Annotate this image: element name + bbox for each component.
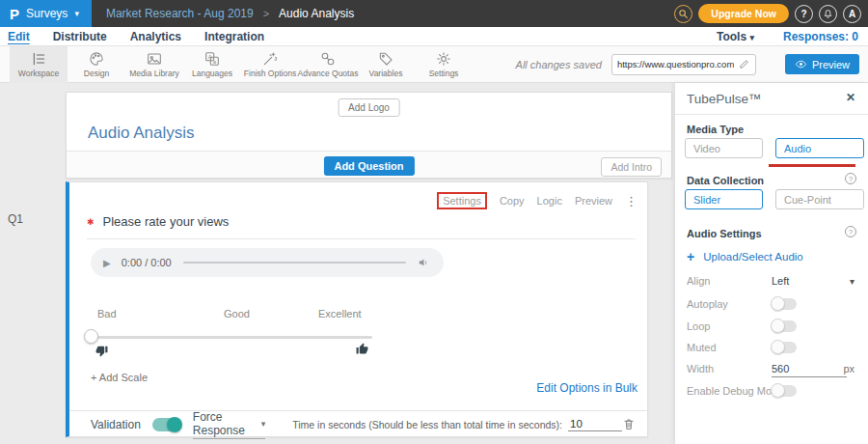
validation-mode-dropdown[interactable]: Force Response ▾ — [193, 410, 265, 439]
upload-select-audio-link[interactable]: + Upload/Select Audio — [687, 249, 803, 264]
muted-label: Muted — [687, 342, 717, 353]
loop-toggle[interactable] — [772, 320, 797, 332]
media-type-label: Media Type — [687, 124, 744, 135]
tab-edit[interactable]: Edit — [8, 30, 30, 43]
notifications-button[interactable] — [819, 5, 837, 23]
data-collection-slider-button[interactable]: Slider — [685, 189, 763, 209]
media-type-audio-button[interactable]: Audio — [775, 138, 864, 158]
surveys-menu[interactable]: P Surveys ▾ — [0, 0, 92, 27]
toolbar-item-variables[interactable]: Variables — [357, 46, 415, 83]
survey-url-input[interactable] — [612, 59, 734, 69]
editor-canvas: Q1 Add Logo Audio Analysis Add Question … — [0, 83, 868, 444]
rating-slider-handle[interactable] — [84, 329, 98, 344]
tab-analytics[interactable]: Analytics — [130, 30, 181, 43]
volume-icon[interactable] — [418, 256, 431, 269]
thumbs-up-icon — [356, 342, 368, 354]
delete-question-button[interactable] — [622, 417, 636, 431]
close-icon[interactable]: ✕ — [846, 91, 855, 104]
add-question-button[interactable]: Add Question — [323, 156, 414, 176]
toggle-knob — [771, 383, 785, 398]
validation-toggle[interactable] — [152, 418, 181, 431]
rating-slider-track[interactable] — [91, 336, 372, 339]
question-divider — [87, 238, 636, 239]
breadcrumb-folder[interactable]: Market Research - Aug 2019 — [106, 7, 254, 20]
responses-count[interactable]: Responses: 0 — [783, 30, 858, 43]
avatar[interactable]: A — [843, 5, 861, 23]
edit-options-in-bulk-link[interactable]: Edit Options in Bulk — [536, 381, 637, 395]
edit-url-button[interactable] — [734, 55, 755, 74]
width-unit: px — [843, 363, 854, 375]
data-collection-cuepoint-button[interactable]: Cue-Point — [775, 189, 864, 209]
data-collection-options: Slider Cue-Point — [685, 189, 864, 209]
player-time: 0:00 / 0:00 — [122, 257, 172, 268]
preview-button[interactable]: Preview — [785, 54, 859, 74]
align-value[interactable]: Left — [772, 275, 789, 287]
magic-wand-icon — [262, 51, 278, 67]
time-in-seconds-label: Time in seconds (Should be less than tot… — [292, 419, 562, 430]
required-asterisk-icon: ✱ — [87, 217, 95, 227]
thumbs-down-icon — [95, 344, 108, 356]
width-label: Width — [687, 363, 714, 375]
autoplay-toggle[interactable] — [772, 298, 797, 310]
toolbar-item-languages[interactable]: Aa Languages — [183, 46, 241, 83]
debug-toggle[interactable] — [772, 385, 797, 397]
width-row: Width 560 px — [687, 363, 854, 378]
play-icon[interactable]: ▶ — [103, 258, 111, 268]
toggle-knob — [771, 319, 785, 333]
chevron-down-icon[interactable]: ▾ — [850, 276, 854, 287]
chevron-down-icon: ▾ — [261, 419, 266, 429]
question-text[interactable]: Please rate your views — [103, 214, 230, 229]
tab-integration[interactable]: Integration — [204, 30, 264, 43]
search-button[interactable] — [674, 5, 692, 23]
add-scale-link[interactable]: + Add Scale — [91, 372, 148, 383]
scale-label-good: Good — [224, 308, 250, 319]
breadcrumb-separator-icon: > — [263, 8, 269, 19]
links-icon — [320, 51, 336, 67]
align-label: Align — [687, 275, 710, 287]
svg-text:a: a — [213, 58, 217, 64]
save-status: All changes saved — [516, 59, 602, 70]
loop-row: Loop — [687, 320, 854, 336]
question-action-logic[interactable]: Logic — [537, 195, 562, 207]
media-type-options: Video Audio — [685, 138, 864, 158]
panel-title: TubePulse™ — [687, 92, 762, 106]
question-action-preview[interactable]: Preview — [575, 195, 612, 207]
data-collection-help-icon[interactable]: ? — [845, 173, 856, 184]
section-nav: Edit Distribute Analytics Integration To… — [0, 27, 868, 46]
media-type-video-button[interactable]: Video — [685, 138, 763, 158]
validation-label: Validation — [91, 418, 141, 431]
width-input[interactable]: 560 — [772, 363, 847, 377]
toolbar-item-media-library[interactable]: Media Library — [125, 46, 183, 83]
toolbar-item-advance-quotas[interactable]: Advance Quotas — [299, 46, 357, 83]
help-button[interactable]: ? — [795, 5, 813, 23]
time-in-seconds-input[interactable] — [568, 417, 622, 431]
autoplay-row: Autoplay — [687, 298, 854, 314]
toolbar-item-settings[interactable]: Settings — [415, 46, 473, 83]
questionpro-logo-icon: P — [10, 7, 19, 21]
gear-icon — [436, 51, 451, 67]
audio-settings-help-icon[interactable]: ? — [845, 226, 856, 237]
tab-distribute[interactable]: Distribute — [53, 30, 107, 43]
question-action-copy[interactable]: Copy — [500, 195, 525, 207]
trash-icon — [622, 417, 636, 431]
upgrade-now-button[interactable]: Upgrade Now — [698, 4, 789, 23]
toolbar-item-design[interactable]: Design — [68, 46, 125, 83]
survey-title[interactable]: Audio Analysis — [88, 124, 195, 143]
questionpro-survey-editor: P Surveys ▾ Market Research - Aug 2019 >… — [0, 0, 868, 444]
more-options-icon[interactable]: ⋮ — [625, 194, 637, 208]
surveys-menu-label: Surveys — [26, 7, 68, 20]
muted-toggle[interactable] — [772, 342, 797, 353]
debug-row: Enable Debug Mode — [687, 385, 854, 401]
pencil-icon — [739, 59, 749, 69]
tools-menu[interactable]: Tools ▾ — [717, 30, 754, 43]
scale-label-excellent: Excellent — [318, 308, 362, 319]
toolbar-item-finish-options[interactable]: Finish Options — [241, 46, 299, 83]
audio-settings-label: Audio Settings — [687, 228, 762, 239]
eye-icon — [795, 58, 807, 70]
player-progress-bar[interactable] — [183, 262, 406, 264]
plus-icon: + — [687, 249, 694, 264]
question-action-settings-highlighted[interactable]: Settings — [437, 192, 487, 209]
toolbar-item-workspace[interactable]: Workspace — [10, 46, 68, 83]
add-intro-button[interactable]: Add Intro — [601, 157, 662, 177]
add-logo-button[interactable]: Add Logo — [338, 98, 400, 117]
